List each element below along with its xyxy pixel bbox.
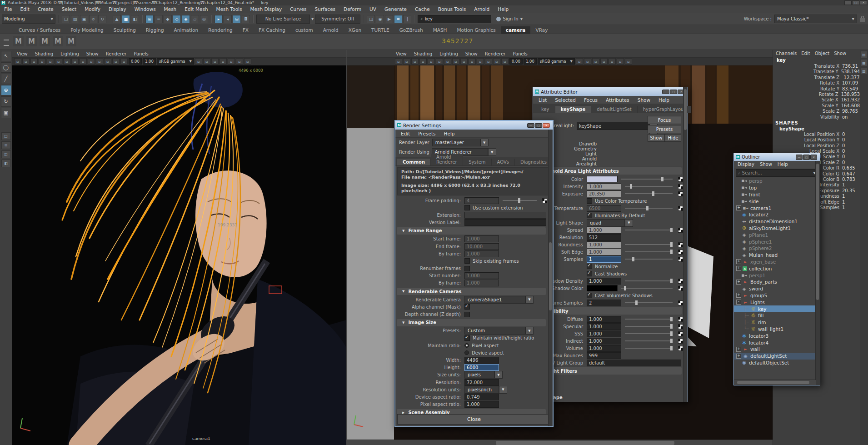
shelf-tab-rigging[interactable]: Rigging bbox=[141, 26, 169, 34]
grid-icon[interactable]: ▫ bbox=[71, 58, 79, 65]
channel-row[interactable]: Rotate Y83.549 bbox=[773, 86, 860, 92]
resolution-field[interactable]: 512 bbox=[587, 234, 621, 241]
menu-display[interactable]: Display bbox=[105, 6, 130, 12]
roundness-field[interactable]: 1.000 bbox=[587, 241, 621, 248]
film-gate-icon[interactable]: ▫ bbox=[80, 58, 87, 65]
outliner-titlebar[interactable]: MOutliner — ▢ ✕ bbox=[734, 153, 820, 161]
undo-icon[interactable]: ↺ bbox=[89, 15, 97, 23]
exposure-field[interactable]: 20.350 bbox=[587, 190, 621, 197]
temperature-map-button[interactable] bbox=[678, 206, 683, 211]
minimize-button[interactable]: — bbox=[662, 90, 669, 94]
ol-menu-show[interactable]: Show bbox=[760, 162, 772, 167]
shelf-item-1[interactable]: M bbox=[13, 36, 24, 46]
shelf-tab-custom[interactable]: custom bbox=[290, 26, 318, 34]
maximize-button[interactable]: ▢ bbox=[535, 123, 542, 128]
shaded-icon[interactable]: ▫ bbox=[584, 58, 591, 65]
roundness-map-button[interactable] bbox=[678, 242, 683, 247]
pixel-aspect-ratio-field[interactable]: 1.000 bbox=[464, 401, 499, 408]
render-settings-titlebar[interactable]: MRender Settings — ▢ ✕ bbox=[395, 121, 553, 130]
menu-set-dropdown[interactable]: Modeling▼ bbox=[2, 15, 55, 24]
pane-split-icon[interactable]: ◫ bbox=[1, 150, 11, 158]
ae-menu-selected[interactable]: Selected bbox=[555, 97, 576, 103]
shelf-tab-xgen[interactable]: XGen bbox=[344, 26, 366, 34]
four-pane-icon[interactable]: ⊞ bbox=[1, 141, 11, 149]
expand-toggle[interactable]: + bbox=[736, 354, 741, 359]
lock-workspace-icon[interactable] bbox=[860, 18, 865, 22]
shelf-tab-gozbrush[interactable]: GoZBrush bbox=[394, 26, 428, 34]
close-button[interactable]: ✕ bbox=[543, 123, 550, 128]
maintain-width-height-ratio-checkbox[interactable] bbox=[464, 335, 470, 341]
width-field[interactable]: 4496 bbox=[464, 357, 499, 364]
soft-edge-slider[interactable] bbox=[625, 251, 673, 252]
volume-samples-slider[interactable] bbox=[625, 302, 673, 303]
exposure-field[interactable]: 0.00 bbox=[129, 58, 142, 65]
roundness-slider[interactable] bbox=[625, 244, 673, 245]
rotate-tool-icon[interactable]: ↻ bbox=[1, 96, 11, 107]
panel-menu-shading[interactable]: Shading bbox=[414, 51, 433, 56]
node-name-field[interactable]: keyShape bbox=[577, 122, 649, 130]
color-slider[interactable] bbox=[621, 179, 673, 180]
shelf-tab-turtle[interactable]: TURTLE bbox=[366, 26, 394, 34]
expand-toggle[interactable]: + bbox=[736, 259, 741, 264]
move-tool-icon[interactable]: ⊕ bbox=[1, 85, 11, 95]
select-hierarchy-icon[interactable]: ▲ bbox=[113, 15, 121, 23]
menu-edit[interactable]: Edit bbox=[16, 6, 34, 12]
outliner-item-side[interactable]: ■◄side bbox=[734, 198, 820, 205]
menu-mesh[interactable]: Mesh bbox=[160, 6, 181, 12]
outliner-item-xgen-base[interactable]: +►xgen_base bbox=[734, 259, 820, 265]
intensity-slider[interactable] bbox=[625, 186, 673, 187]
channel-row[interactable]: Translate Y538.194 bbox=[773, 69, 860, 75]
outliner-item-distancedimension1[interactable]: ↔distanceDimension1 bbox=[734, 218, 820, 225]
select-tool-icon[interactable]: ↖ bbox=[1, 51, 11, 61]
indirect-field[interactable]: 1.000 bbox=[587, 338, 621, 345]
outliner-item-psphere2[interactable]: ◈pSphere2 bbox=[734, 245, 820, 252]
section-arnold-area-light-attributes[interactable]: ▼Arnold Area Light Attributes bbox=[534, 167, 682, 175]
wireframe-icon[interactable]: ▫ bbox=[576, 58, 583, 65]
ipr-render-icon[interactable]: ◉ bbox=[376, 15, 384, 23]
render-layer-dropdown[interactable]: masterLayer bbox=[432, 139, 480, 146]
specular-slider[interactable] bbox=[625, 326, 673, 327]
outliner-item-mulan-head[interactable]: ◈Mulan_head bbox=[734, 252, 820, 259]
channel-row[interactable]: Scale Y164.608 bbox=[773, 103, 860, 109]
snap-grid-icon[interactable]: ⊞ bbox=[145, 15, 154, 23]
image-plane-icon[interactable]: ▫ bbox=[428, 58, 435, 65]
shelf-item-3[interactable]: M bbox=[40, 36, 50, 46]
shelf-tab-curves-surfaces[interactable]: Curves / Surfaces bbox=[14, 26, 65, 34]
panel-menu-show[interactable]: Show bbox=[465, 51, 478, 56]
alpha-channel-mask-checkbox[interactable] bbox=[464, 304, 470, 310]
soft-edge-map-button[interactable] bbox=[678, 250, 683, 255]
construction-history-icon[interactable]: ⊟ bbox=[233, 15, 241, 23]
temperature-slider[interactable] bbox=[625, 208, 673, 209]
expand-toggle[interactable]: + bbox=[736, 205, 741, 210]
outliner-item-rim[interactable]: ├─☼rim bbox=[734, 319, 820, 326]
ae-tab-keyshape[interactable]: keyShape bbox=[555, 106, 592, 113]
intensity-field[interactable]: 1.000 bbox=[587, 183, 621, 190]
frame-padding-slider[interactable] bbox=[503, 200, 537, 201]
volume-slider[interactable] bbox=[625, 348, 673, 349]
symmetry-field[interactable]: Symmetry: Off bbox=[315, 15, 360, 24]
panel-menu-lighting[interactable]: Lighting bbox=[60, 51, 79, 56]
expand-toggle[interactable]: + bbox=[736, 293, 741, 298]
aa-icon[interactable]: ▫ bbox=[244, 58, 251, 65]
shelf-menu-icon[interactable] bbox=[4, 40, 9, 46]
outliner-item-camera1[interactable]: +■◄camera1 bbox=[734, 205, 820, 211]
device-aspect-ratio-field[interactable]: 0.749 bbox=[464, 394, 499, 400]
gate-mask-icon[interactable]: ▫ bbox=[96, 58, 103, 65]
live-surface-field[interactable]: No Live Surface bbox=[256, 15, 310, 24]
indirect-map-button[interactable] bbox=[678, 339, 683, 344]
panel-menu-show[interactable]: Show bbox=[86, 51, 99, 56]
renderable-camera-dropdown[interactable]: cameraShape1 bbox=[464, 296, 525, 304]
lock-icon[interactable]: ◘ bbox=[242, 15, 250, 23]
channel-box-icon[interactable]: ▤ bbox=[860, 51, 868, 58]
cast-shadows-checkbox[interactable] bbox=[587, 271, 592, 276]
select-camera-icon[interactable]: ▫ bbox=[395, 58, 402, 65]
snap-surface-icon[interactable]: ◈ bbox=[182, 15, 190, 23]
section-frame-range[interactable]: ▼Frame Range bbox=[397, 227, 546, 235]
rs-tab-common[interactable]: Common bbox=[397, 159, 431, 165]
panel-menu-view[interactable]: View bbox=[17, 51, 28, 56]
lasso-tool-icon[interactable]: ◯ bbox=[1, 62, 11, 73]
ol-menu-help[interactable]: Help bbox=[778, 162, 788, 167]
channel-row[interactable]: Scale Z98.765 bbox=[773, 109, 860, 114]
height-field[interactable]: 6000 bbox=[464, 364, 499, 371]
gate-mask-icon[interactable]: ▫ bbox=[477, 58, 484, 65]
